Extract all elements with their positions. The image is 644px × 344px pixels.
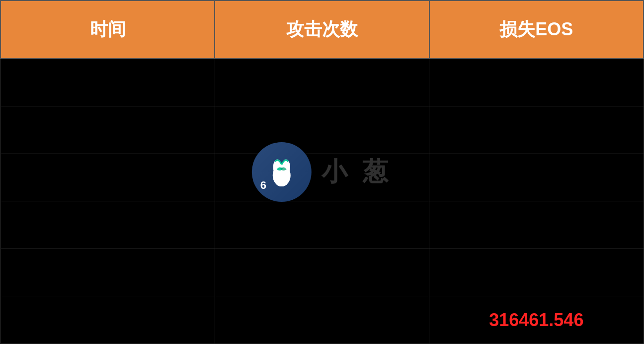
cell-4-2 xyxy=(429,249,644,296)
table-row xyxy=(0,106,644,154)
table-row xyxy=(0,201,644,249)
cell-5-0 xyxy=(0,296,215,344)
table-row xyxy=(0,154,644,201)
cell-1-2 xyxy=(429,106,644,154)
cell-5-2: 316461.546 xyxy=(429,296,644,344)
cell-2-2 xyxy=(429,154,644,201)
cell-3-0 xyxy=(0,201,215,249)
data-table: 时间 攻击次数 损失EOS 316461.546 xyxy=(0,0,644,344)
header-attacks: 攻击次数 xyxy=(215,0,429,59)
cell-0-0 xyxy=(0,59,215,106)
cell-4-0 xyxy=(0,249,215,296)
header-eos: 损失EOS xyxy=(429,0,644,59)
table-row xyxy=(0,249,644,296)
cell-4-1 xyxy=(215,249,429,296)
cell-0-2 xyxy=(429,59,644,106)
cell-5-1 xyxy=(215,296,429,344)
table-row xyxy=(0,59,644,106)
table-row: 316461.546 xyxy=(0,296,644,344)
header-time: 时间 xyxy=(0,0,215,59)
cell-1-1 xyxy=(215,106,429,154)
cell-0-1 xyxy=(215,59,429,106)
table-container: 时间 攻击次数 损失EOS 316461.546 xyxy=(0,0,644,344)
cell-1-0 xyxy=(0,106,215,154)
cell-2-1 xyxy=(215,154,429,201)
cell-3-1 xyxy=(215,201,429,249)
header-row: 时间 攻击次数 损失EOS xyxy=(0,0,644,59)
cell-2-0 xyxy=(0,154,215,201)
cell-3-2 xyxy=(429,201,644,249)
